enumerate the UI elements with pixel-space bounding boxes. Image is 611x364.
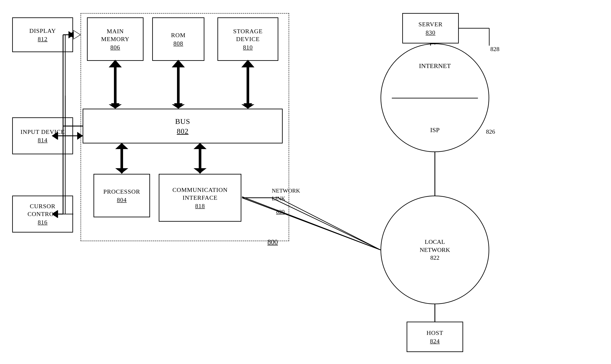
internet-num: 828	[490, 46, 499, 52]
processor-box: PROCESSOR 804	[93, 174, 150, 217]
bus-num: 802	[177, 127, 188, 135]
input-device-label: INPUT DEVICE	[20, 128, 65, 136]
cursor-control-label: CURSORCONTROL	[27, 202, 58, 218]
cursor-control-box: CURSORCONTROL 816	[12, 195, 73, 233]
isp-label: ISP	[430, 126, 439, 134]
server-num: 830	[426, 29, 436, 36]
diagram: 800 DISPLAY 812 INPUT DEVICE 814 CURSORC…	[0, 0, 611, 364]
local-network-label: LOCALNETWORK	[420, 238, 450, 254]
processor-num: 804	[117, 196, 127, 203]
display-box: DISPLAY 812	[12, 17, 73, 52]
processor-label: PROCESSOR	[103, 188, 140, 195]
display-label: DISPLAY	[29, 27, 56, 35]
display-num: 812	[38, 36, 48, 43]
comm-interface-label: COMMUNICATIONINTERFACE	[173, 186, 228, 202]
main-memory-box: MAINMEMORY 806	[87, 17, 144, 61]
storage-device-num: 810	[243, 44, 253, 51]
system-number: 800	[267, 238, 278, 246]
svg-marker-22	[74, 31, 80, 39]
host-label: HOST	[426, 329, 443, 337]
server-box: SERVER 830	[402, 13, 459, 43]
isp-num: 826	[486, 128, 495, 135]
rom-box: ROM 808	[152, 17, 204, 61]
host-box: HOST 824	[407, 322, 463, 352]
bus-box: BUS 802	[83, 109, 283, 143]
local-network-num: 822	[430, 254, 439, 262]
input-device-box: INPUT DEVICE 814	[12, 117, 73, 154]
cursor-control-num: 816	[38, 219, 48, 226]
network-link-label: NETWORKLINK	[272, 187, 300, 203]
rom-num: 808	[173, 40, 183, 47]
svg-marker-66	[74, 30, 80, 39]
bus-label: BUS	[175, 117, 190, 126]
storage-device-label: STORAGEDEVICE	[233, 27, 263, 43]
comm-interface-num: 818	[195, 203, 205, 209]
main-memory-label: MAINMEMORY	[101, 27, 129, 43]
storage-device-box: STORAGEDEVICE 810	[217, 17, 278, 61]
host-num: 824	[430, 338, 440, 345]
input-device-num: 814	[38, 137, 48, 144]
internet-label: INTERNET	[419, 62, 451, 70]
comm-interface-box: COMMUNICATIONINTERFACE 818	[159, 174, 241, 222]
network-link-num: 820	[276, 209, 285, 215]
svg-line-41	[278, 198, 381, 250]
local-network-circle: LOCALNETWORK 822	[381, 195, 489, 304]
main-memory-num: 806	[110, 44, 120, 51]
internet-circle: INTERNET ISP	[381, 43, 489, 152]
server-label: SERVER	[418, 20, 442, 28]
rom-label: ROM	[171, 31, 186, 39]
